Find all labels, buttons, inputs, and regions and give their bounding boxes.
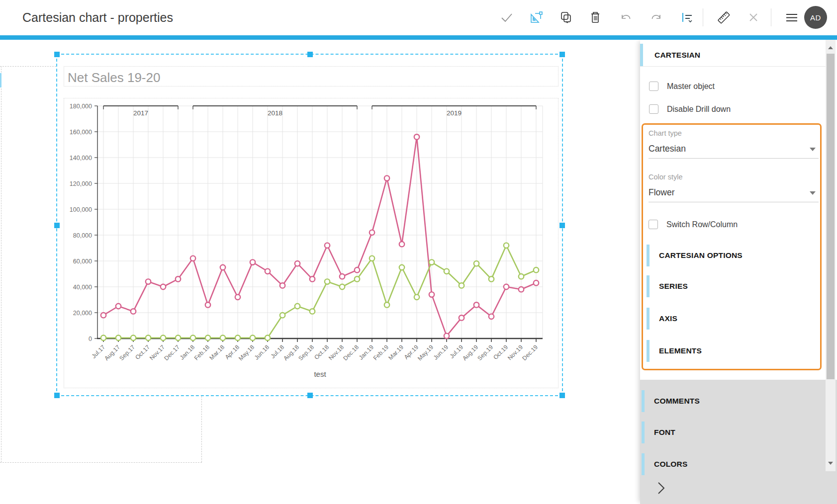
delete-trash-icon[interactable]: [588, 10, 602, 24]
color-style-select[interactable]: Color style Flower: [649, 172, 819, 202]
selection-handle[interactable]: [54, 393, 60, 398]
svg-text:180,000: 180,000: [70, 103, 92, 110]
svg-text:60,000: 60,000: [73, 258, 92, 265]
checkbox-label: Master object: [667, 82, 715, 91]
scroll-down-button[interactable]: [827, 459, 835, 467]
svg-text:Oct.17: Oct.17: [134, 343, 151, 361]
svg-text:2017: 2017: [133, 109, 148, 117]
svg-text:Feb.19: Feb.19: [372, 343, 390, 362]
svg-text:20,000: 20,000: [73, 310, 92, 317]
close-icon[interactable]: [746, 10, 760, 24]
svg-text:80,000: 80,000: [73, 232, 92, 239]
section-comments[interactable]: COMMENTS: [640, 390, 837, 412]
grid-cell-guide: [201, 396, 202, 462]
svg-text:160,000: 160,000: [70, 129, 92, 136]
svg-text:40,000: 40,000: [73, 284, 92, 291]
undo-icon[interactable]: [619, 10, 633, 24]
svg-text:Nov.17: Nov.17: [148, 343, 166, 361]
selection-handle[interactable]: [307, 52, 313, 57]
svg-text:May.19: May.19: [416, 343, 435, 362]
selection-handle[interactable]: [307, 393, 313, 398]
svg-text:Mar.18: Mar.18: [208, 343, 226, 361]
svg-text:Aug.19: Aug.19: [461, 343, 479, 362]
secondary-sections-area: COMMENTS FONT COLORS: [640, 380, 837, 504]
field-value: Flower: [649, 186, 819, 199]
section-elements[interactable]: ELEMENTS: [643, 340, 820, 362]
toolbar-separator: [703, 8, 703, 26]
svg-text:140,000: 140,000: [70, 155, 92, 162]
toolbar: Cartesian chart - properties: [0, 0, 837, 35]
selection-handle[interactable]: [559, 223, 565, 228]
redo-icon[interactable]: [650, 10, 663, 24]
scroll-up-button[interactable]: [827, 44, 835, 52]
section-label: COMMENTS: [654, 390, 700, 412]
offscreen-element-edge: [0, 73, 1, 87]
toolbar-separator: [771, 8, 771, 26]
svg-text:2018: 2018: [268, 109, 282, 117]
checkbox-box[interactable]: [649, 82, 658, 91]
checkbox-box[interactable]: [649, 220, 658, 229]
chart-plot-svg: 020,00040,00060,00080,000100,000120,0001…: [64, 98, 558, 388]
chart-plot-box[interactable]: 020,00040,00060,00080,000100,000120,0001…: [64, 98, 558, 388]
section-colors[interactable]: COLORS: [640, 453, 837, 475]
page-title: Cartesian chart - properties: [22, 0, 173, 35]
menu-hamburger-icon[interactable]: [785, 10, 799, 24]
grid-cell-guide: [0, 66, 56, 67]
scrollbar-thumb[interactable]: [827, 54, 835, 379]
selection-handle[interactable]: [54, 223, 60, 228]
svg-text:Dec.17: Dec.17: [163, 343, 181, 362]
section-label: SERIES: [659, 275, 688, 297]
section-font[interactable]: FONT: [640, 421, 837, 443]
svg-text:Sep.18: Sep.18: [297, 343, 315, 362]
select-tool-icon[interactable]: [529, 10, 543, 24]
section-label: AXIS: [659, 308, 677, 330]
svg-text:Oct.19: Oct.19: [492, 343, 509, 361]
panel-header: CARTESIAN: [654, 44, 700, 66]
svg-text:Jan.19: Jan.19: [358, 343, 375, 361]
svg-text:100,000: 100,000: [70, 206, 92, 213]
chart-type-select[interactable]: Chart type Cartesian: [649, 129, 819, 159]
measure-ruler-icon[interactable]: [717, 10, 731, 24]
field-label: Chart type: [649, 129, 819, 138]
field-value: Cartesian: [649, 142, 819, 155]
selection-handle[interactable]: [54, 52, 60, 57]
section-series[interactable]: SERIES: [643, 275, 820, 297]
svg-text:Nov.19: Nov.19: [506, 343, 524, 361]
svg-text:Jan.18: Jan.18: [179, 343, 196, 361]
section-cartesian-options[interactable]: CARTESIAN OPTIONS: [643, 245, 820, 266]
user-avatar[interactable]: AD: [804, 6, 827, 29]
section-accent-bar: [647, 308, 650, 330]
section-label: CARTESIAN OPTIONS: [659, 245, 743, 266]
section-label: FONT: [654, 421, 675, 443]
selection-handle[interactable]: [559, 393, 565, 398]
panel-scrollbar[interactable]: [826, 40, 836, 471]
duplicate-icon[interactable]: [559, 10, 573, 24]
svg-text:Nov.18: Nov.18: [327, 343, 345, 361]
apply-check-icon[interactable]: [500, 10, 514, 24]
checkbox-label: Disable Drill down: [667, 104, 731, 114]
chart-title: Net Sales 19-20: [68, 69, 515, 86]
section-accent-bar: [640, 44, 643, 66]
grid-cell-guide: [0, 462, 202, 463]
svg-text:Jun.19: Jun.19: [432, 343, 450, 361]
checkbox-box[interactable]: [649, 104, 658, 114]
svg-text:Oct.18: Oct.18: [313, 343, 330, 361]
svg-text:Dec.18: Dec.18: [342, 343, 360, 362]
field-label: Color style: [649, 172, 819, 181]
svg-text:Dec.19: Dec.19: [521, 343, 539, 362]
align-list-icon[interactable]: [680, 10, 694, 24]
panel-divider: [640, 66, 827, 67]
chevron-down-icon: [810, 191, 816, 195]
svg-text:Sep.17: Sep.17: [118, 343, 136, 362]
chart-title-box[interactable]: Net Sales 19-20: [64, 66, 558, 86]
svg-text:Feb.18: Feb.18: [193, 343, 211, 362]
section-accent-bar: [647, 275, 650, 297]
svg-text:May.18: May.18: [237, 343, 256, 362]
selection-handle[interactable]: [559, 52, 565, 57]
toolbar-accent-bar: [0, 35, 837, 40]
section-axis[interactable]: AXIS: [643, 308, 820, 330]
design-canvas: Net Sales 19-20 020,00040,00060,00080,00…: [0, 40, 640, 504]
section-accent-bar: [647, 340, 650, 362]
expand-chevron-right-icon[interactable]: [656, 481, 665, 496]
svg-text:test: test: [314, 370, 326, 378]
